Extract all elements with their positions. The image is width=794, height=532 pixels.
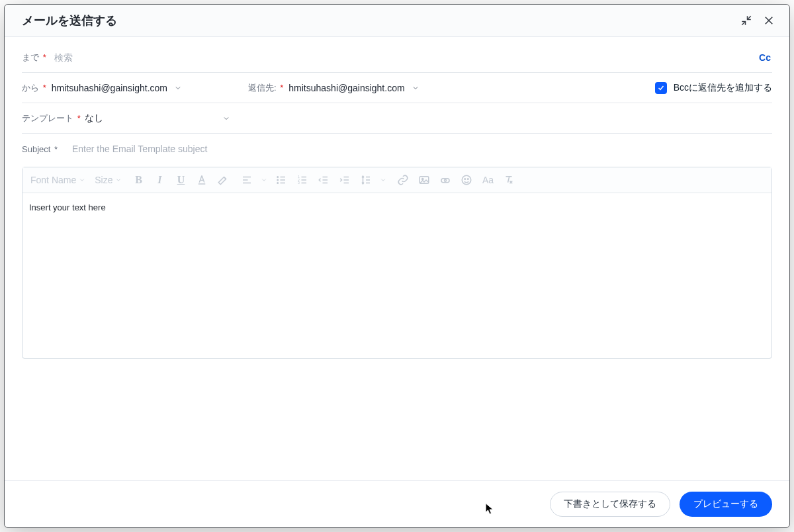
modal-header-actions [740,15,775,26]
bullet-list-button[interactable] [274,173,288,187]
from-reply-row: から * hmitsuhashi@gainsight.com 返信先: * hm… [22,73,772,103]
text-color-button[interactable] [195,173,209,187]
reply-to-value: hmitsuhashi@gainsight.com [288,83,404,93]
bcc-block: Bccに返信先を追加する [655,82,772,94]
insert-group: Aa [396,173,516,187]
paragraph-group: 123 [240,173,386,187]
modal-body: まで * Cc から * hmitsuhashi@gainsight.com 返… [5,37,789,480]
svg-point-13 [468,179,469,180]
highlight-button[interactable] [216,173,230,187]
image-button[interactable] [417,173,431,187]
svg-text:3: 3 [298,181,300,185]
align-button[interactable] [240,173,254,187]
to-input[interactable] [50,50,315,66]
text-style-group: B I U [131,173,230,187]
bcc-checkbox[interactable] [655,82,667,94]
outdent-button[interactable] [316,173,331,187]
indent-button[interactable] [337,173,352,187]
chevron-down-icon [79,175,85,185]
subject-label: Subject * [22,144,62,154]
to-row: まで * Cc [22,42,772,73]
close-icon[interactable] [763,15,775,26]
svg-point-3 [277,183,279,184]
modal-header: メールを送信する [5,5,789,37]
font-size-select[interactable]: Size [95,175,122,185]
italic-button[interactable]: I [152,173,167,187]
clear-format-button[interactable] [502,173,516,187]
from-dropdown[interactable]: hmitsuhashi@gainsight.com [52,83,182,93]
chevron-down-icon [222,114,230,122]
chevron-down-icon [412,84,419,92]
send-email-modal: メールを送信する まで * Cc から * [4,4,790,528]
reply-to-dropdown[interactable]: hmitsuhashi@gainsight.com [288,83,419,93]
emoji-button[interactable] [459,173,474,187]
chevron-down-icon [174,84,182,92]
editor-toolbar: Font Name Size B I U [22,167,772,193]
subject-row: Subject * [22,134,772,164]
editor-textarea[interactable]: Insert your text here [22,193,772,358]
to-label: まで * [22,52,46,64]
link-button[interactable] [396,173,410,187]
chevron-down-icon [380,175,386,185]
svg-rect-0 [198,183,206,185]
template-value: なし [85,112,103,124]
svg-point-10 [445,179,447,181]
modal-title: メールを送信する [22,13,117,28]
numbered-list-button[interactable]: 123 [295,173,310,187]
template-dropdown[interactable]: なし [85,112,230,124]
text-case-button[interactable]: Aa [480,173,495,187]
preview-button[interactable]: プレビューする [680,492,772,517]
cc-toggle[interactable]: Cc [758,52,772,63]
svg-point-12 [464,179,466,180]
editor: Font Name Size B I U [22,167,772,359]
reply-to-label: 返信先: * [248,82,283,94]
chevron-down-icon [115,175,122,185]
collapse-icon[interactable] [740,15,752,26]
from-label: から * [22,82,46,94]
from-value: hmitsuhashi@gainsight.com [52,83,167,93]
attach-button[interactable] [438,173,453,187]
bold-button[interactable]: B [131,173,146,187]
save-draft-button[interactable]: 下書きとして保存する [550,492,670,517]
font-name-select[interactable]: Font Name [30,175,85,185]
chevron-down-icon [261,175,267,185]
svg-point-11 [463,175,472,185]
line-height-button[interactable] [359,173,373,187]
svg-point-8 [422,178,423,179]
subject-input[interactable] [68,141,772,157]
svg-point-2 [277,179,279,181]
bcc-label: Bccに返信先を追加する [674,82,772,94]
template-label: テンプレート * [22,112,81,124]
underline-button[interactable]: U [173,173,188,187]
modal-footer: 下書きとして保存する プレビューする [5,480,789,527]
svg-point-1 [277,177,279,178]
reply-to-block: 返信先: * hmitsuhashi@gainsight.com [248,82,419,94]
template-row: テンプレート * なし [22,103,772,134]
editor-placeholder: Insert your text here [29,202,106,212]
from-block: から * hmitsuhashi@gainsight.com [22,82,182,94]
